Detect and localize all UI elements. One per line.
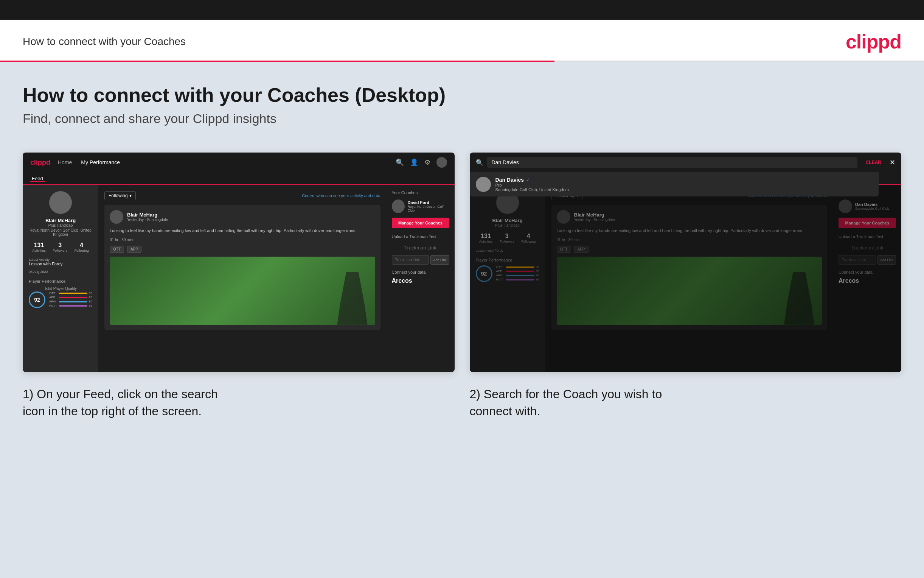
player-quality-1: 92 OTT 90 APP 85 ARG 86 PUTT 96 <box>29 291 92 308</box>
following-row-1: Following ▾ Control who can see your act… <box>104 191 380 200</box>
quality-bars-1: OTT 90 APP 85 ARG 86 PUTT 96 <box>49 291 92 308</box>
quality-bar-row: PUTT 96 <box>49 304 92 307</box>
post-image-1 <box>110 257 375 325</box>
following-label-1: Following <box>108 193 128 198</box>
post-time-1: Yesterday · Sunningdale <box>127 218 168 222</box>
coaches-panel-1: Your Coaches David Ford Royal North Devo… <box>387 185 455 372</box>
following-button-1[interactable]: Following ▾ <box>104 191 136 200</box>
app-nav-1: clippd Home My Performance 🔍 👤 ⚙ <box>23 153 455 172</box>
quality-bar-row: APP 85 <box>49 295 92 299</box>
main-heading: How to connect with your Coaches (Deskto… <box>23 84 901 106</box>
add-link-btn-1[interactable]: Add Link <box>430 255 449 265</box>
app-nav-2: 🔍 Dan Davies CLEAR ✕ Dan Davies <box>470 153 902 172</box>
caption-1-line2: icon in the top right of the screen. <box>23 403 455 420</box>
main-subheading: Find, connect and share your Clippd insi… <box>23 111 901 126</box>
app-tab-bar-1: Feed <box>23 172 455 185</box>
total-quality-label-1: Total Player Quality <box>29 287 92 291</box>
screenshot-block-1: clippd Home My Performance 🔍 👤 ⚙ Feed <box>23 153 455 420</box>
bar-label: PUTT <box>49 304 58 307</box>
coach-item-1: David Ford Royal North Devon Golf Club <box>392 200 449 213</box>
top-bar <box>0 0 924 19</box>
latest-activity-label-1: Latest Activity <box>29 258 92 261</box>
caption-2: 2) Search for the Coach you wish to conn… <box>470 386 902 420</box>
settings-icon-1[interactable]: ⚙ <box>424 158 430 167</box>
ott-btn-1[interactable]: OTT <box>110 246 124 253</box>
bar-label: APP <box>49 295 58 299</box>
nav-avatar-1[interactable] <box>437 157 447 168</box>
nav-link-home-1[interactable]: Home <box>58 159 72 166</box>
quality-bar-row: OTT 90 <box>49 291 92 295</box>
clear-button-2[interactable]: CLEAR <box>866 160 881 165</box>
nav-link-performance-1[interactable]: My Performance <box>81 159 120 166</box>
trackman-input-1[interactable] <box>392 255 429 265</box>
app-btn-1[interactable]: APP <box>127 246 141 253</box>
coach-name-1: David Ford <box>408 200 449 205</box>
post-text-1: Looking to feel like my hands are exitin… <box>110 227 375 234</box>
activities-stat-1: 131 Activities <box>32 242 46 252</box>
search-results-dropdown-2: Dan Davies ✓ Pro Sunningdale Golf Club, … <box>470 172 879 196</box>
coach-club-1: Royal North Devon Golf Club <box>408 205 449 212</box>
activities-num-1: 131 <box>32 242 46 249</box>
bar-fill <box>59 292 87 294</box>
caption-1: 1) On your Feed, click on the search ico… <box>23 386 455 420</box>
post-actions-1: OTT APP <box>110 246 375 253</box>
bar-fill <box>59 297 87 298</box>
result-info-2: Dan Davies ✓ Pro Sunningdale Golf Club, … <box>495 177 569 192</box>
trackman-title-1: Upload a Trackman Test <box>392 234 449 239</box>
post-author-info-1: Blair McHarg Yesterday · Sunningdale <box>127 212 168 222</box>
arccos-brand-1: Arccos <box>392 278 449 284</box>
coach-avatar-1 <box>392 200 405 213</box>
control-link-1[interactable]: Control who can see your activity and da… <box>302 193 380 198</box>
chevron-icon-1: ▾ <box>129 193 132 198</box>
post-author-name-1: Blair McHarg <box>127 212 168 218</box>
dim-overlay-2 <box>470 185 902 372</box>
manage-coaches-btn-1[interactable]: Manage Your Coaches <box>392 218 449 228</box>
post-duration-1: 01 hr : 30 min <box>110 238 375 242</box>
bar-label: ARG <box>49 300 58 303</box>
verified-icon-2: ✓ <box>526 177 530 182</box>
result-name-2: Dan Davies <box>495 177 524 183</box>
post-card-1: Blair McHarg Yesterday · Sunningdale Loo… <box>104 205 380 330</box>
screenshot-frame-1: clippd Home My Performance 🔍 👤 ⚙ Feed <box>23 153 455 372</box>
app-body-2: Blair McHarg Plus Handicap 131 Activitie… <box>470 185 902 372</box>
close-icon-2[interactable]: ✕ <box>890 158 895 167</box>
user-icon-1[interactable]: 👤 <box>410 158 418 167</box>
app-nav-icons-1: 🔍 👤 ⚙ <box>396 157 447 168</box>
result-club-2: Sunningdale Golf Club, United Kingdom <box>495 187 569 192</box>
post-avatar-1 <box>110 210 123 224</box>
connect-data-title-1: Connect your data <box>392 270 449 274</box>
followers-label-1: Followers <box>53 249 67 252</box>
header: How to connect with your Coaches clippd <box>0 19 924 60</box>
bar-value: 86 <box>89 300 92 303</box>
golfer-silhouette-1 <box>337 272 367 325</box>
search-input-area-2: Dan Davies <box>487 157 858 168</box>
screenshot-frame-2: 🔍 Dan Davies CLEAR ✕ Dan Davies <box>470 153 902 372</box>
bar-value: 96 <box>89 304 92 307</box>
latest-activity-name-1: Lesson with Fordy <box>29 261 92 266</box>
bar-value: 85 <box>89 295 92 299</box>
coach-info-1: David Ford Royal North Devon Golf Club <box>408 200 449 212</box>
page-title: How to connect with your Coaches <box>23 36 186 48</box>
app-main-1: Following ▾ Control who can see your act… <box>98 185 387 372</box>
screenshots-row: clippd Home My Performance 🔍 👤 ⚙ Feed <box>23 153 901 420</box>
activities-label-1: Activities <box>32 249 46 252</box>
search-result-item-2[interactable]: Dan Davies ✓ Pro Sunningdale Golf Club, … <box>470 172 879 196</box>
search-icon-1[interactable]: 🔍 <box>396 158 404 167</box>
result-role-2: Pro <box>495 183 569 187</box>
app-body-1: Blair McHarg Plus Handicap Royal North D… <box>23 185 455 372</box>
feed-tab-1[interactable]: Feed <box>30 175 45 182</box>
trackman-section-1: Upload a Trackman Test Trackman Link Add… <box>392 234 449 265</box>
caption-2-line1: 2) Search for the Coach you wish to <box>470 386 902 403</box>
coaches-title-1: Your Coaches <box>392 190 449 195</box>
bar-value: 90 <box>89 291 92 295</box>
following-label-1: Following <box>74 249 89 252</box>
clippd-logo: clippd <box>846 30 901 53</box>
caption-2-line2: connect with. <box>470 403 902 420</box>
sidebar-avatar-1 <box>49 191 72 214</box>
sidebar-name-1: Blair McHarg <box>29 218 92 223</box>
player-performance-title-1: Player Performance <box>29 279 92 284</box>
bar-fill <box>59 305 87 307</box>
bar-fill <box>59 301 87 302</box>
search-value-2: Dan Davies <box>492 159 519 166</box>
sidebar-stats-1: 131 Activities 3 Followers 4 Following <box>29 242 92 252</box>
